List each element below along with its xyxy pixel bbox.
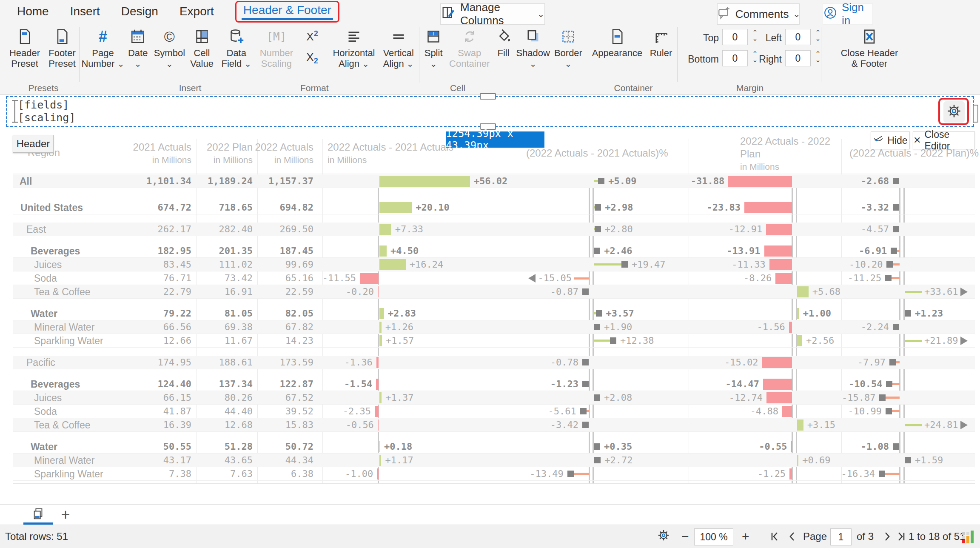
tab-home[interactable]: Home <box>17 5 49 18</box>
shadow-button[interactable]: Shadow⌄ <box>515 23 551 69</box>
variance-bar <box>379 259 406 270</box>
ruler-button[interactable]: Ruler <box>647 23 675 69</box>
variance-value-label: +2.08 <box>604 391 632 405</box>
pin-marker <box>567 471 574 477</box>
border-button[interactable]: Border⌄ <box>551 23 585 69</box>
split-button[interactable]: Split⌄ <box>420 23 447 69</box>
previous-page-button[interactable] <box>786 525 798 548</box>
header-preset-button[interactable]: HeaderPreset <box>8 23 42 69</box>
tab-export[interactable]: Export <box>179 5 214 18</box>
fill-button[interactable]: Fill <box>492 23 515 69</box>
subscript-button[interactable]: X2 <box>300 50 324 68</box>
variance-value-label: -6.91 <box>859 244 887 258</box>
cell-2021-actuals: 124.40 <box>136 377 191 391</box>
margin-left-input[interactable] <box>785 29 811 45</box>
page-number-input[interactable] <box>830 528 852 545</box>
cell-2021-actuals: 12.66 <box>136 334 191 348</box>
variance-bar-cell: +7.33 <box>322 223 523 236</box>
row-label: East <box>26 223 46 236</box>
variance-value-label: +1.90 <box>604 320 632 334</box>
variance-pin-cell: -1.23 <box>523 377 689 391</box>
tab-insert[interactable]: Insert <box>70 5 100 18</box>
table-row: Water79.2281.0582.05+2.83+3.57+1.00+1.23 <box>13 307 975 320</box>
row-label: Beverages <box>31 377 80 391</box>
pin-line <box>885 473 900 475</box>
footer-preset-button[interactable]: FooterPreset <box>45 23 79 69</box>
header-editor-area[interactable]: [fields] [scaling] <box>6 96 974 127</box>
appearance-button[interactable]: Appearance <box>592 23 642 69</box>
first-page-button[interactable] <box>769 525 781 548</box>
margin-right-input[interactable] <box>785 50 811 66</box>
resize-handle-top[interactable] <box>480 93 496 100</box>
variance-value-label: +2.46 <box>604 244 632 258</box>
variance-bar-cell: -14.47 <box>689 377 841 391</box>
close-header-footer-button[interactable]: Close Header& Footer <box>831 23 908 69</box>
variance-bar-cell: -4.88 <box>689 405 841 418</box>
comments-button[interactable]: Comments ⌄ <box>717 3 800 25</box>
sheet-tab[interactable] <box>23 505 53 525</box>
header-settings-button[interactable] <box>943 101 965 123</box>
variance-pin-cell: -4.57 <box>841 223 980 236</box>
close-editor-button[interactable]: ✕ Close Editor <box>913 131 975 149</box>
cell-2022-actuals: 15.83 <box>258 418 313 432</box>
variance-value-label: +56.02 <box>474 174 507 188</box>
variance-bar-cell: +1.37 <box>322 391 523 405</box>
group-label-cell: Cell <box>330 83 585 93</box>
variance-bar <box>379 322 382 333</box>
cell-2022-plan: 7.63 <box>197 467 253 481</box>
group-cell: HorizontalAlign ⌄ VerticalAlign ⌄ Split⌄… <box>330 23 585 94</box>
date-button[interactable]: Date⌄ <box>124 23 152 69</box>
variance-bar-cell: +0.18 <box>322 440 523 454</box>
header-scaling-placeholder[interactable]: [scaling] <box>18 111 75 124</box>
variance-value-label: +1.59 <box>915 454 943 467</box>
variance-bar-cell: -1.36 <box>322 356 523 369</box>
table-row: Water50.5551.2850.72+0.18+0.35-0.55-1.08 <box>13 440 975 454</box>
variance-value-label: -10.54 <box>849 377 882 391</box>
sign-in-button[interactable]: Sign in <box>823 3 873 25</box>
pin-marker <box>595 204 601 211</box>
tab-header-footer[interactable]: Header & Footer <box>243 3 331 17</box>
vertical-align-button[interactable]: VerticalAlign ⌄ <box>378 23 419 69</box>
data-field-button[interactable]: DataField ⌄ <box>218 23 255 69</box>
row-group-spacer <box>13 432 975 440</box>
variance-value-label: -3.42 <box>550 418 578 432</box>
superscript-button[interactable]: X2 <box>300 26 324 44</box>
group-close: Close Header& Footer <box>825 23 966 94</box>
page-number-button[interactable]: # PageNumber ⌄ <box>83 23 122 69</box>
variance-bar <box>797 308 799 319</box>
fill-icon <box>495 26 512 48</box>
variance-pin-cell: +2.46 <box>523 244 689 258</box>
pin-line <box>892 277 900 279</box>
variance-bar <box>379 455 381 466</box>
tab-design[interactable]: Design <box>121 5 158 18</box>
pin-marker <box>905 310 911 317</box>
hide-button[interactable]: Hide <box>871 131 910 149</box>
last-page-button[interactable] <box>895 525 907 548</box>
variance-bar <box>789 468 792 480</box>
variance-bar <box>360 273 379 284</box>
resize-handle-right[interactable] <box>973 105 978 123</box>
add-sheet-button[interactable]: + <box>56 505 75 525</box>
header-field-placeholder[interactable]: [fields] <box>18 99 75 111</box>
variance-pin-cell: -7.97 <box>841 356 980 369</box>
status-bar: Total rows: 51 − + Page of 3 1 to 18 of … <box>0 525 980 548</box>
cell-value-button[interactable]: CellValue <box>187 23 217 69</box>
zoom-in-button[interactable]: + <box>742 525 749 548</box>
page-of-label: of 3 <box>857 525 874 548</box>
symbol-button[interactable]: © Symbol⌄ <box>153 23 185 69</box>
horizontal-align-button[interactable]: HorizontalAlign ⌄ <box>330 23 378 69</box>
margin-top-input[interactable] <box>722 29 748 45</box>
view-settings-gear[interactable] <box>657 525 670 548</box>
variance-value-label: +1.17 <box>385 454 413 467</box>
close-editor-label: Close Editor <box>924 129 974 152</box>
cell-2022-plan: 43.65 <box>197 454 253 467</box>
zoom-out-button[interactable]: − <box>681 525 689 548</box>
zoom-level-input[interactable] <box>694 528 733 545</box>
cell-2021-actuals: 262.17 <box>136 223 191 236</box>
next-page-button[interactable] <box>881 525 893 548</box>
cell-2022-plan: 81.05 <box>197 307 253 320</box>
close-icon: ✕ <box>913 135 921 146</box>
margin-bottom-input[interactable] <box>722 50 748 66</box>
manage-columns-button[interactable]: Manage Columns ⌄ <box>440 3 545 25</box>
pin-marker <box>893 324 899 330</box>
